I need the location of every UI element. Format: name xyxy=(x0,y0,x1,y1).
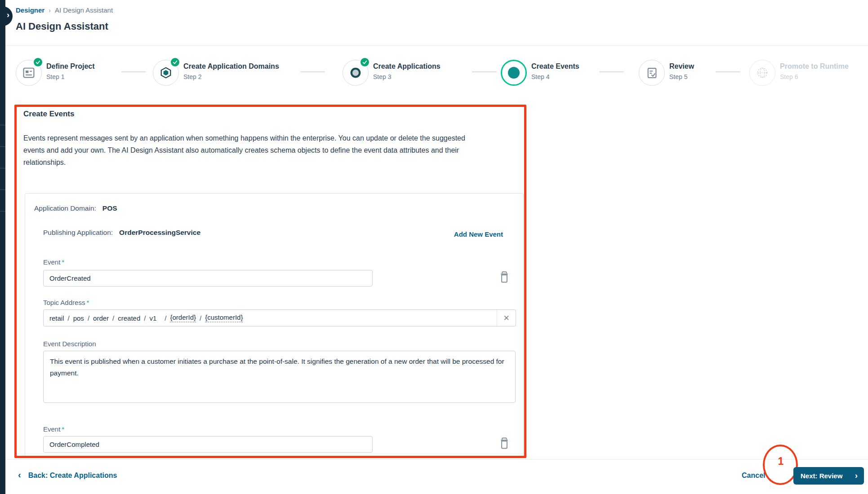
event-group-card: Application Domain:POS Publishing Applic… xyxy=(25,193,524,457)
delete-event-button[interactable] xyxy=(499,437,510,450)
topic-address-label: Topic Address* xyxy=(43,299,89,306)
breadcrumb: Designer › AI Design Assistant xyxy=(16,6,113,14)
step-connector xyxy=(300,71,325,72)
step-connector xyxy=(121,71,146,72)
step-label-review: Review Step 5 xyxy=(669,62,694,80)
header-divider xyxy=(5,45,868,46)
application-domain-row: Application Domain:POS xyxy=(34,204,117,212)
rail-divider xyxy=(0,125,5,125)
footer-divider xyxy=(5,459,868,459)
topic-address-input[interactable]: retail/pos/order/created/v1/{orderId}/{c… xyxy=(43,309,516,326)
step-label-create-events: Create Events Step 4 xyxy=(531,62,579,80)
step-title: Create Applications xyxy=(373,62,441,71)
step-label-promote-to-runtime: Promote to Runtime Step 6 xyxy=(780,62,849,80)
ring-icon xyxy=(350,67,361,79)
stepper-step-create-events[interactable] xyxy=(501,60,527,86)
step-number: Step 2 xyxy=(183,73,279,80)
step-label-create-application-domains: Create Application Domains Step 2 xyxy=(183,62,279,80)
chevron-left-icon: ‹ xyxy=(18,470,21,480)
close-icon: ✕ xyxy=(503,313,509,323)
rail-divider xyxy=(0,211,5,212)
step-complete-check-icon xyxy=(170,57,180,67)
required-asterisk: * xyxy=(86,299,89,306)
publishing-application-value: OrderProcessingService xyxy=(119,229,200,236)
breadcrumb-separator-icon: › xyxy=(49,7,51,14)
step-complete-check-icon xyxy=(33,57,43,67)
event-description-label: Event Description xyxy=(43,340,96,348)
next-label: Next: Review xyxy=(801,472,842,480)
topic-segment: retail xyxy=(49,314,64,322)
application-domain-value: POS xyxy=(102,204,117,212)
breadcrumb-current: AI Design Assistant xyxy=(55,6,113,14)
delete-event-button[interactable] xyxy=(499,271,510,283)
publishing-application-row: Publishing Application:OrderProcessingSe… xyxy=(43,229,200,237)
topic-address-value: retail/pos/order/created/v1/{orderId}/{c… xyxy=(49,313,497,322)
topic-variable-segment: {customerId} xyxy=(205,313,243,322)
step-number: Step 3 xyxy=(373,73,441,80)
page-title: AI Design Assistant xyxy=(16,21,108,32)
required-asterisk: * xyxy=(62,425,64,433)
dot-icon xyxy=(508,67,520,79)
rail-divider xyxy=(0,168,5,168)
back-label: Back: Create Applications xyxy=(28,472,117,480)
section-heading: Create Events xyxy=(23,110,74,119)
event-name-value: OrderCompleted xyxy=(49,441,99,448)
next-review-button[interactable]: Next: Review › xyxy=(793,467,864,485)
event-name-label: Event* xyxy=(43,425,64,433)
step-title: Create Application Domains xyxy=(183,62,279,71)
globe-dotted-icon xyxy=(757,67,768,79)
event-name-input[interactable]: OrderCreated xyxy=(43,270,373,287)
step-title: Create Events xyxy=(531,62,579,71)
step-number: Step 5 xyxy=(669,73,694,80)
breadcrumb-designer-link[interactable]: Designer xyxy=(16,6,45,14)
stepper-step-define-project[interactable] xyxy=(16,60,42,86)
step-title: Define Project xyxy=(46,62,95,71)
collapsed-sidebar-rail xyxy=(0,0,5,494)
topic-segment: v1 xyxy=(149,314,156,322)
step-connector xyxy=(599,71,624,72)
add-new-event-button[interactable]: Add New Event xyxy=(454,230,503,238)
hexagon-icon xyxy=(160,67,172,79)
stepper-step-create-applications[interactable] xyxy=(343,60,369,86)
event-description-input[interactable]: This event is published when a customer … xyxy=(43,351,516,403)
clear-topic-button[interactable]: ✕ xyxy=(497,310,516,326)
step-number: Step 6 xyxy=(780,73,849,80)
step-title: Review xyxy=(669,62,694,71)
step-complete-check-icon xyxy=(360,57,370,67)
cancel-button[interactable]: Cancel xyxy=(742,472,765,480)
topic-segment: order xyxy=(93,314,109,322)
stepper-step-review[interactable] xyxy=(639,60,665,86)
publishing-application-label: Publishing Application: xyxy=(43,229,113,236)
step-number: Step 4 xyxy=(531,73,579,80)
chevron-right-icon: › xyxy=(855,471,858,481)
step-number: Step 1 xyxy=(46,73,95,80)
application-domain-label: Application Domain: xyxy=(34,204,96,212)
rail-divider xyxy=(0,190,5,190)
sidebar-expand-button[interactable]: › xyxy=(0,6,13,26)
stepper-step-promote-to-runtime xyxy=(749,60,775,86)
annotation-number: 1 xyxy=(774,455,788,468)
checklist-icon xyxy=(646,67,658,79)
event-name-input[interactable]: OrderCompleted xyxy=(43,436,373,453)
chevron-right-icon: › xyxy=(7,10,9,20)
step-label-define-project: Define Project Step 1 xyxy=(46,62,95,80)
stepper-step-create-application-domains[interactable] xyxy=(153,60,179,86)
step-title: Promote to Runtime xyxy=(780,62,849,71)
step-connector xyxy=(472,71,497,72)
topic-segment: pos xyxy=(73,314,84,322)
topic-segment: created xyxy=(118,314,140,322)
event-name-label: Event* xyxy=(43,258,64,266)
project-card-icon xyxy=(23,67,35,78)
back-button[interactable]: ‹ Back: Create Applications xyxy=(18,471,117,480)
section-description: Events represent messages sent by an app… xyxy=(23,132,477,168)
step-label-create-applications: Create Applications Step 3 xyxy=(373,62,441,80)
required-asterisk: * xyxy=(62,258,64,266)
topic-variable-segment: {orderId} xyxy=(170,313,196,322)
event-name-value: OrderCreated xyxy=(49,274,91,282)
step-connector xyxy=(716,71,740,72)
rail-divider xyxy=(0,146,5,147)
